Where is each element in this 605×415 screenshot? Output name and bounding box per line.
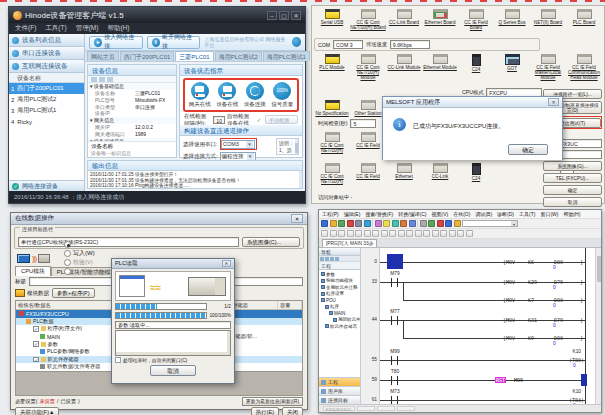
contact[interactable]: [391, 356, 398, 365]
menu-item[interactable]: 帮助(H): [563, 211, 580, 217]
chevron-down-icon[interactable]: ▾: [511, 221, 517, 226]
tel-button[interactable]: TEL (FXCPU)...: [543, 173, 602, 183]
toolbar-icon[interactable]: [428, 220, 435, 227]
menu-item[interactable]: 调试(B): [475, 211, 492, 217]
hinode-titlebar[interactable]: Hinode设备管理客户端 v1.5 –▢✕: [9, 7, 305, 23]
device-tab[interactable]: 三菱PLC01: [175, 51, 213, 61]
ladder-symbol-icon[interactable]: [364, 230, 371, 237]
list-icon[interactable]: [107, 77, 113, 82]
interface-option[interactable]: CC-Link Board: [386, 9, 422, 30]
scrollbar[interactable]: [116, 352, 227, 355]
sort-icon[interactable]: [91, 77, 97, 82]
toolbar-icon[interactable]: [437, 220, 444, 227]
checkbox-checked[interactable]: ✓: [33, 341, 39, 347]
interface-option[interactable]: CC IE Cont NET/10(H) Module: [350, 54, 386, 81]
system-image-button[interactable]: 系统图像(G)...: [543, 161, 602, 171]
minimize-icon[interactable]: –: [267, 11, 277, 20]
related-functions-button[interactable]: 关联功能(F)▲: [15, 407, 59, 415]
ladder-editor[interactable]: 0[MOVK6D80]033M79[MOVK29D79]0[MOVK7D80]0…: [361, 248, 595, 404]
coil[interactable]: (T80): [569, 357, 584, 363]
interface-option[interactable]: PLC Module: [314, 54, 350, 81]
interface-option[interactable]: Ethernet: [386, 163, 422, 184]
output-log[interactable]: 2016/11/30 17:01:25 设备连接类型打开！2016/11/30 …: [88, 171, 302, 188]
instruction[interactable]: [MOVK7D80]: [503, 297, 583, 303]
interface-option[interactable]: CC IE Field Board: [458, 9, 494, 30]
port-select[interactable]: COM3 ▾: [221, 140, 255, 149]
property-row[interactable]: PLC型号Mitsubishi-FX: [88, 97, 176, 104]
ladder-symbol-icon[interactable]: [466, 230, 473, 237]
ladder-symbol-icon[interactable]: [406, 230, 413, 237]
menu-item[interactable]: 搜索/替换(F): [365, 211, 393, 217]
close-icon[interactable]: ✕: [291, 214, 303, 223]
interface-option[interactable]: NET(II) Board: [530, 9, 566, 30]
interface-option[interactable]: CC IE Cont NET/10(H): [314, 163, 350, 184]
ladder-symbol-icon[interactable]: [338, 230, 345, 237]
toolbar-icon[interactable]: [445, 220, 452, 227]
ladder-symbol-icon[interactable]: [449, 230, 456, 237]
rst-instruction[interactable]: RSTM99: [495, 377, 523, 383]
ladder-symbol-icon[interactable]: [457, 230, 464, 237]
ladder-symbol-icon[interactable]: [398, 230, 405, 237]
toolbar-icon[interactable]: [454, 220, 461, 227]
toolbar-icon[interactable]: [347, 220, 354, 227]
toolbar-icon[interactable]: [392, 220, 399, 227]
vertical-scrollbar[interactable]: [595, 248, 601, 404]
param-program-button[interactable]: 参数+程序(P): [52, 288, 95, 298]
interface-option[interactable]: GOT: [494, 54, 530, 81]
interface-option[interactable]: CC IE Cont NET/10(H): [314, 132, 350, 153]
scrollbar[interactable]: [295, 139, 298, 154]
execute-button[interactable]: 执行(E): [251, 407, 279, 415]
interface-option[interactable]: No Specification: [314, 100, 350, 116]
coil[interactable]: (T84): [569, 397, 584, 403]
menu-item[interactable]: 管理(M): [76, 24, 99, 33]
sidebar-bottom-toggle[interactable]: ✓ 网络连接设备: [9, 180, 84, 191]
interface-option[interactable]: CC IE Field: [350, 163, 386, 184]
chevron-down-icon[interactable]: ▾: [247, 153, 254, 160]
sidebar-section-header[interactable]: 串口连接设备: [9, 47, 84, 60]
connect-network-button[interactable]: ▸ 接入网络连接: [89, 36, 143, 49]
ladder-symbol-icon[interactable]: [372, 230, 379, 237]
operation-radio[interactable]: 写入(W): [64, 249, 95, 258]
ok-button[interactable]: 确定: [543, 185, 602, 195]
device-list-row[interactable]: 1西门子200PLC01: [9, 83, 84, 94]
interface-option[interactable]: Other Station: [350, 100, 386, 116]
ladder-symbol-icon[interactable]: [415, 230, 422, 237]
contact[interactable]: [391, 376, 398, 385]
property-row[interactable]: 串口类型串口连接: [88, 104, 176, 111]
property-row[interactable]: 网关通讯端口1989: [88, 131, 176, 138]
category-icon[interactable]: [99, 77, 105, 82]
auto-detect-check-icon[interactable]: ✓: [256, 117, 261, 123]
interface-option[interactable]: Serial USB: [314, 9, 350, 30]
toolbar-icon[interactable]: [409, 220, 416, 227]
interface-option[interactable]: CC IE Field: [350, 132, 386, 153]
com-field[interactable]: COM 3: [333, 40, 363, 49]
project-tree-item[interactable]: 软元件存储器: [319, 323, 360, 330]
interface-option[interactable]: Ethernet Module: [422, 54, 458, 81]
toolbar-combobox[interactable]: ▾: [462, 220, 518, 227]
property-row[interactable]: 设备名称三菱PLC01: [88, 90, 176, 97]
sidebar-section-header[interactable]: 设备列表信息: [9, 34, 84, 47]
device-tab[interactable]: 西门子200PLC01: [120, 51, 174, 61]
dialog-titlebar[interactable]: 在线数据操作 ✕: [11, 213, 307, 225]
ladder-symbol-icon[interactable]: [381, 230, 388, 237]
close-icon[interactable]: ✕: [222, 260, 231, 267]
interface-option[interactable]: CC IE Cont NET/10(H) Board: [350, 9, 386, 30]
progress-titlebar[interactable]: PLC读取 ✕: [112, 259, 234, 269]
device-list-row[interactable]: 3海用PLC测试1: [9, 105, 84, 116]
column-header[interactable]: 容量: [278, 301, 302, 309]
toolbar-icon[interactable]: [400, 220, 407, 227]
tab-cpu-module[interactable]: CPU模块: [15, 266, 51, 276]
progress-result-list[interactable]: [115, 330, 231, 356]
menu-item[interactable]: 工具(T): [45, 24, 66, 33]
interface-option[interactable]: Ethernet Board: [422, 9, 458, 30]
close-icon[interactable]: ✕: [548, 98, 559, 106]
device-tab[interactable]: 网站主页: [87, 51, 119, 61]
checkbox-checked[interactable]: ✓: [33, 326, 39, 332]
ladder-symbol-icon[interactable]: [423, 230, 430, 237]
close-button[interactable]: 关闭: [282, 407, 303, 415]
menu-item[interactable]: 编辑(E): [344, 211, 361, 217]
nav-view-button[interactable]: 连接目标: [319, 395, 360, 404]
device-tab[interactable]: 海用PLC测试1: [263, 51, 310, 61]
device-list-row[interactable]: 4Ricky: [9, 116, 84, 127]
sidebar-section-header[interactable]: 互联网连接设备: [9, 60, 84, 73]
